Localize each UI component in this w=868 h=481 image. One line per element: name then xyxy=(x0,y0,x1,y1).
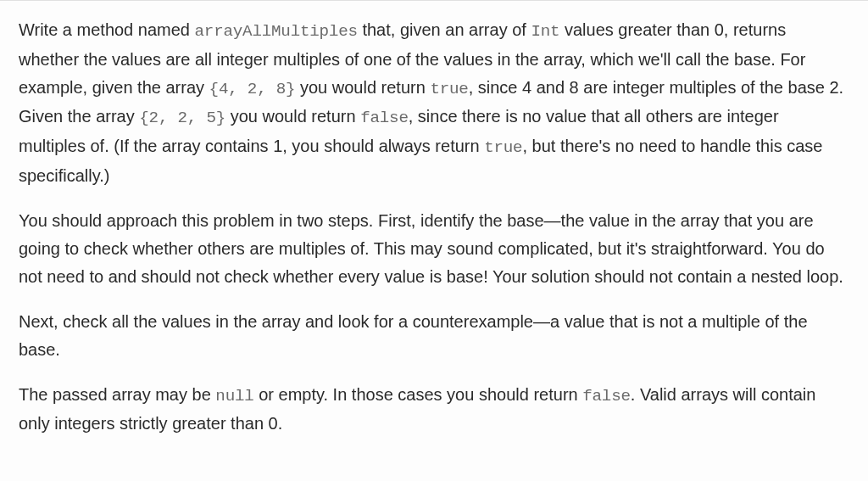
paragraph-2: You should approach this problem in two … xyxy=(19,207,849,291)
code-false: false xyxy=(582,387,631,405)
text: that, given an array of xyxy=(358,20,531,39)
code-method-name: arrayAllMultiples xyxy=(195,22,358,41)
code-false: false xyxy=(360,109,409,127)
text: you would return xyxy=(295,78,430,97)
code-array-literal: {2, 2, 5} xyxy=(139,109,225,127)
paragraph-3: Next, check all the values in the array … xyxy=(19,308,849,364)
text: The passed array may be xyxy=(19,385,215,404)
text: you would return xyxy=(225,107,360,126)
code-type-int: Int xyxy=(531,22,559,41)
code-true: true xyxy=(430,80,468,98)
text: Next, check all the values in the array … xyxy=(19,312,808,359)
text: Write a method named xyxy=(19,20,195,39)
text: You should approach this problem in two … xyxy=(19,211,843,286)
paragraph-1: Write a method named arrayAllMultiples t… xyxy=(19,16,849,190)
text: or empty. In those cases you should retu… xyxy=(254,385,583,404)
code-true: true xyxy=(484,138,522,157)
paragraph-4: The passed array may be null or empty. I… xyxy=(19,381,849,439)
code-null: null xyxy=(215,387,253,405)
code-array-literal: {4, 2, 8} xyxy=(209,80,296,98)
